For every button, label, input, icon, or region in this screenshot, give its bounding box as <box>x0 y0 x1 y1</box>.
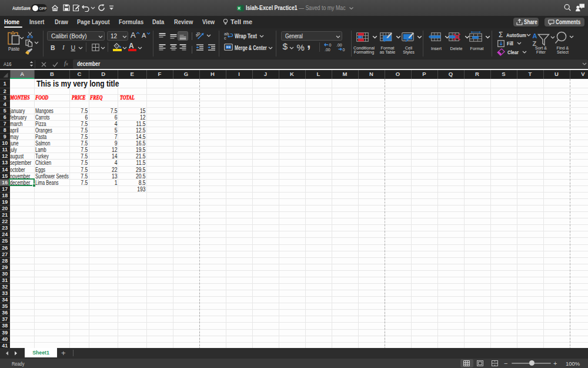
svg-text:.00: .00 <box>325 48 330 52</box>
svg-text:c: c <box>224 35 226 40</box>
svg-text:ab: ab <box>196 31 202 38</box>
svg-text:0: 0 <box>329 43 332 47</box>
svg-text:A: A <box>533 32 537 39</box>
